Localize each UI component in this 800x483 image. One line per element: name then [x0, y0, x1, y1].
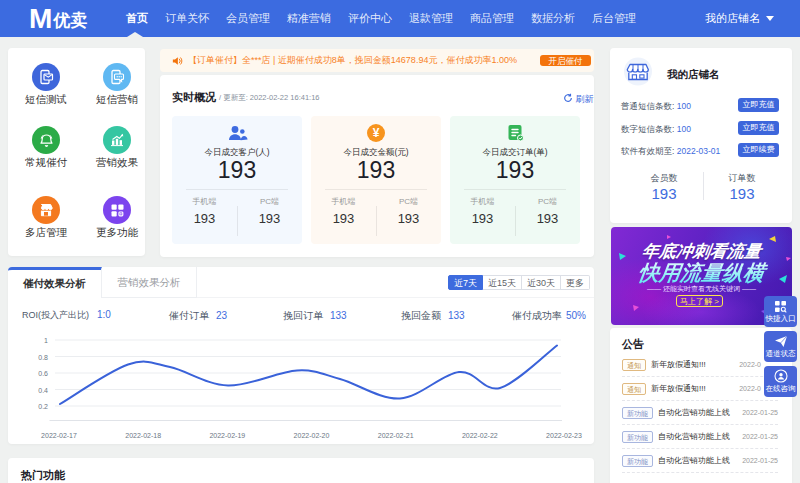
svg-text:2022-02-20: 2022-02-20 — [294, 432, 330, 439]
svg-text:2022-02-22: 2022-02-22 — [462, 432, 498, 439]
svg-text:2022-02-18: 2022-02-18 — [125, 432, 161, 439]
svg-text:2022-02-19: 2022-02-19 — [209, 432, 245, 439]
svg-text:2022-02-17: 2022-02-17 — [41, 432, 77, 439]
svg-text:2022-02-23: 2022-02-23 — [546, 432, 582, 439]
svg-text:0.8: 0.8 — [38, 354, 48, 361]
svg-text:0.2: 0.2 — [38, 403, 48, 410]
svg-text:0.4: 0.4 — [38, 387, 48, 394]
svg-text:2022-02-21: 2022-02-21 — [378, 432, 414, 439]
svg-text:1: 1 — [44, 337, 48, 344]
svg-text:0.6: 0.6 — [38, 370, 48, 377]
